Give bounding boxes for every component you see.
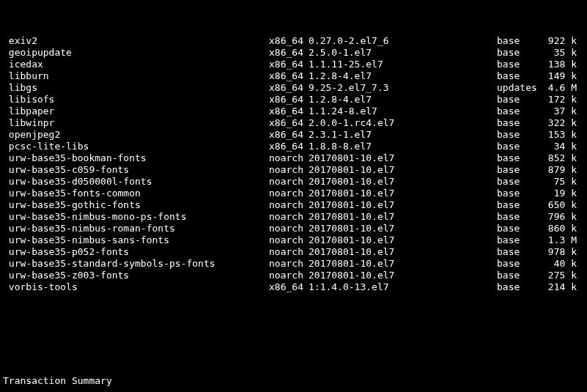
pkg-repo: base (497, 152, 543, 164)
pkg-size: 40 k (543, 258, 577, 270)
pkg-repo: base (497, 188, 543, 199)
pkg-name: openjpeg2 (3, 129, 269, 141)
table-row: icedaxx86_641.1.11-25.el7base138 k (3, 59, 584, 70)
table-row: openjpeg2x86_642.3.1-1.el7base153 k (3, 129, 584, 141)
table-row: urw-base35-z003-fontsnoarch20170801-10.e… (3, 270, 584, 281)
pkg-size: 922 k (543, 35, 577, 47)
pkg-name: urw-base35-nimbus-roman-fonts (3, 223, 269, 234)
pkg-name: exiv2 (3, 35, 269, 47)
pkg-repo: base (497, 117, 543, 129)
pkg-name: geoipupdate (3, 47, 269, 59)
pkg-version: 20170801-10.el7 (309, 176, 497, 188)
pkg-version: 1.2.8-4.el7 (309, 70, 497, 82)
pkg-repo: base (497, 223, 543, 234)
pkg-size: 214 k (543, 281, 577, 293)
pkg-size: 1.3 M (543, 234, 577, 246)
pkg-arch: noarch (269, 270, 309, 281)
pkg-arch: x86_64 (269, 117, 309, 129)
pkg-version: 1.8.8-8.el7 (309, 141, 497, 152)
pkg-arch: noarch (269, 164, 309, 176)
pkg-version: 0.27.0-2.el7_6 (309, 35, 497, 47)
pkg-name: urw-base35-nimbus-sans-fonts (3, 234, 269, 246)
table-row: urw-base35-gothic-fontsnoarch20170801-10… (3, 199, 584, 211)
pkg-size: 978 k (543, 246, 577, 258)
pkg-repo: base (497, 211, 543, 223)
table-row: libgsx86_649.25-2.el7_7.3updates4.6 M (3, 82, 584, 94)
pkg-name: urw-base35-standard-symbols-ps-fonts (3, 258, 269, 270)
table-row: urw-base35-nimbus-mono-ps-fontsnoarch201… (3, 211, 584, 223)
pkg-repo: base (497, 94, 543, 106)
pkg-name: vorbis-tools (3, 281, 269, 293)
pkg-arch: x86_64 (269, 47, 309, 59)
pkg-repo: base (497, 106, 543, 117)
pkg-size: 4.6 M (543, 82, 577, 94)
pkg-repo: base (497, 258, 543, 270)
pkg-version: 20170801-10.el7 (309, 152, 497, 164)
pkg-repo: base (497, 47, 543, 59)
pkg-repo: base (497, 270, 543, 281)
pkg-version: 20170801-10.el7 (309, 246, 497, 258)
pkg-version: 2.3.1-1.el7 (309, 129, 497, 141)
pkg-size: 322 k (543, 117, 577, 129)
pkg-version: 20170801-10.el7 (309, 270, 497, 281)
pkg-version: 20170801-10.el7 (309, 164, 497, 176)
pkg-version: 1.1.11-25.el7 (309, 59, 497, 70)
pkg-name: urw-base35-d050000l-fonts (3, 176, 269, 188)
pkg-name: urw-base35-z003-fonts (3, 270, 269, 281)
transaction-summary-heading: Transaction Summary (3, 375, 584, 387)
pkg-size: 37 k (543, 106, 577, 117)
pkg-name: pcsc-lite-libs (3, 141, 269, 152)
pkg-arch: noarch (269, 199, 309, 211)
table-row: libisofsx86_641.2.8-4.el7base172 k (3, 94, 584, 106)
pkg-repo: base (497, 129, 543, 141)
pkg-arch: noarch (269, 246, 309, 258)
pkg-arch: x86_64 (269, 35, 309, 47)
pkg-version: 20170801-10.el7 (309, 234, 497, 246)
table-row: urw-base35-standard-symbols-ps-fontsnoar… (3, 258, 584, 270)
pkg-name: urw-base35-p052-fonts (3, 246, 269, 258)
table-row: pcsc-lite-libsx86_641.8.8-8.el7base34 k (3, 141, 584, 152)
table-row: urw-base35-c059-fontsnoarch20170801-10.e… (3, 164, 584, 176)
table-row: libwinprx86_642.0.0-1.rc4.el7base322 k (3, 117, 584, 129)
pkg-size: 75 k (543, 176, 577, 188)
pkg-version: 2.5.0-1.el7 (309, 47, 497, 59)
pkg-repo: base (497, 164, 543, 176)
pkg-repo: updates (497, 82, 543, 94)
pkg-arch: x86_64 (269, 141, 309, 152)
pkg-size: 172 k (543, 94, 577, 106)
table-row: urw-base35-nimbus-roman-fontsnoarch20170… (3, 223, 584, 234)
pkg-size: 35 k (543, 47, 577, 59)
pkg-version: 20170801-10.el7 (309, 199, 497, 211)
pkg-size: 34 k (543, 141, 577, 152)
pkg-arch: noarch (269, 211, 309, 223)
table-row: urw-base35-p052-fontsnoarch20170801-10.e… (3, 246, 584, 258)
pkg-name: libpaper (3, 106, 269, 117)
pkg-size: 860 k (543, 223, 577, 234)
pkg-version: 20170801-10.el7 (309, 258, 497, 270)
pkg-name: urw-base35-bookman-fonts (3, 152, 269, 164)
pkg-repo: base (497, 176, 543, 188)
pkg-repo: base (497, 281, 543, 293)
pkg-arch: x86_64 (269, 94, 309, 106)
pkg-arch: noarch (269, 152, 309, 164)
terminal-screen: exiv2x86_640.27.0-2.el7_6base922 k geoip… (0, 0, 587, 392)
pkg-version: 9.25-2.el7_7.3 (309, 82, 497, 94)
blank-line (3, 328, 584, 340)
pkg-name: urw-base35-nimbus-mono-ps-fonts (3, 211, 269, 223)
package-list: exiv2x86_640.27.0-2.el7_6base922 k geoip… (3, 35, 584, 293)
table-row: urw-base35-nimbus-sans-fontsnoarch201708… (3, 234, 584, 246)
pkg-repo: base (497, 70, 543, 82)
pkg-repo: base (497, 141, 543, 152)
pkg-name: libgs (3, 82, 269, 94)
pkg-arch: x86_64 (269, 106, 309, 117)
pkg-version: 1.2.8-4.el7 (309, 94, 497, 106)
pkg-size: 796 k (543, 211, 577, 223)
pkg-name: urw-base35-c059-fonts (3, 164, 269, 176)
pkg-repo: base (497, 35, 543, 47)
pkg-name: urw-base35-gothic-fonts (3, 199, 269, 211)
table-row: urw-base35-fonts-commonnoarch20170801-10… (3, 188, 584, 199)
pkg-size: 275 k (543, 270, 577, 281)
pkg-version: 1.1.24-8.el7 (309, 106, 497, 117)
pkg-arch: noarch (269, 258, 309, 270)
table-row: vorbis-toolsx86_641:1.4.0-13.el7base214 … (3, 281, 584, 293)
